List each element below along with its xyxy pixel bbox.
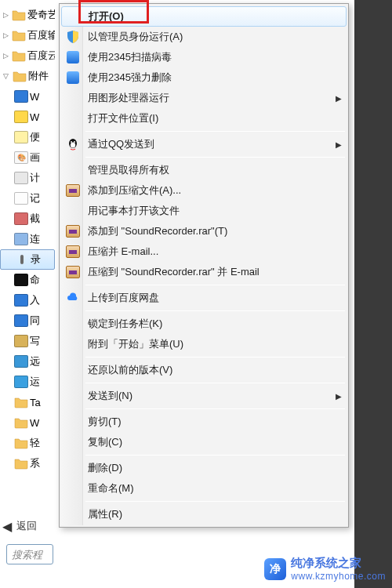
winrar-icon <box>65 244 81 260</box>
back-arrow-icon: ◀ <box>2 519 12 534</box>
tree-item[interactable]: 录 <box>0 249 55 270</box>
tree-item-label: 入 <box>30 293 40 307</box>
menu-item[interactable]: 属性(R) <box>61 504 347 524</box>
tree-item-icon <box>15 252 29 267</box>
svg-point-2 <box>71 141 72 143</box>
menu-item[interactable]: 打开文件位置(I) <box>61 108 347 129</box>
menu-item[interactable]: 通过QQ发送到▶ <box>61 134 347 154</box>
tree-item[interactable]: W <box>0 412 55 433</box>
tree-item-icon <box>14 191 28 205</box>
tree-item[interactable]: 计 <box>0 168 55 188</box>
tree-item[interactable]: 系 <box>0 453 55 474</box>
svg-point-3 <box>74 141 75 143</box>
tree-item[interactable]: 🎨画 <box>0 147 55 168</box>
menu-separator <box>85 357 345 358</box>
svg-point-1 <box>71 142 75 147</box>
menu-item-label: 以管理员身份运行(A) <box>88 30 183 44</box>
tree-item[interactable]: ▷爱奇艺 <box>0 5 55 25</box>
tree-item[interactable]: 截 <box>0 209 55 229</box>
menu-item[interactable]: 压缩到 "SoundRecorder.rar" 并 E-mail <box>61 262 347 282</box>
menu-item[interactable]: 管理员取得所有权 <box>61 160 347 180</box>
menu-item[interactable]: 以管理员身份运行(A) <box>61 27 347 47</box>
menu-item[interactable]: 锁定到任务栏(K) <box>61 314 347 334</box>
tree-item[interactable]: Ta <box>0 392 55 412</box>
menu-separator <box>85 310 345 311</box>
menu-separator <box>85 455 345 456</box>
menu-item-label: 用图形处理器运行 <box>88 91 169 105</box>
tree-item[interactable]: 写 <box>0 331 55 351</box>
menu-separator <box>85 408 345 409</box>
tree-item-label: 远 <box>30 354 40 368</box>
tree-item-label: 录 <box>31 252 41 267</box>
tree-item-icon <box>14 130 28 144</box>
tree-item-label: 爱奇艺 <box>27 8 55 22</box>
menu-item[interactable]: 复制(C) <box>61 432 347 452</box>
menu-item[interactable]: 用图形处理器运行▶ <box>61 88 347 108</box>
submenu-arrow-icon: ▶ <box>336 140 342 149</box>
tree-item[interactable]: 便 <box>0 127 55 147</box>
tree-item-label: W <box>30 91 39 103</box>
tree-item-label: 画 <box>30 151 40 165</box>
tree-item[interactable]: 记 <box>0 188 55 209</box>
menu-item-label: 压缩并 E-mail... <box>88 245 158 259</box>
tree-item-label: Ta <box>30 397 41 408</box>
tree-item-label: 运 <box>30 375 40 389</box>
tree-item-label: 记 <box>30 191 40 205</box>
tree-item[interactable]: 连 <box>0 229 55 249</box>
menu-item-label: 属性(R) <box>88 507 122 521</box>
back-row[interactable]: ◀ 返回 <box>2 517 37 535</box>
menu-item[interactable]: 发送到(N)▶ <box>61 386 347 406</box>
tree-item-label: 系 <box>30 456 40 470</box>
menu-item[interactable]: 用记事本打开该文件 <box>61 201 347 221</box>
menu-item[interactable]: 上传到百度网盘 <box>61 288 347 308</box>
tree-item[interactable]: ▷百度云 <box>0 45 55 66</box>
tree-item-icon <box>14 354 28 368</box>
menu-item[interactable]: 剪切(T) <box>61 412 347 432</box>
tree-item[interactable]: 命 <box>0 270 55 290</box>
menu-item[interactable]: 附到「开始」菜单(U) <box>61 334 347 354</box>
menu-item-label: 剪切(T) <box>88 415 122 429</box>
menu-item[interactable]: 添加到 "SoundRecorder.rar"(T) <box>61 221 347 241</box>
menu-item-label: 上传到百度网盘 <box>88 291 159 305</box>
tree-item[interactable]: 远 <box>0 351 55 372</box>
tree-item-icon <box>14 436 28 450</box>
menu-separator <box>85 157 345 158</box>
scan-blue-del-icon <box>65 70 81 85</box>
menu-item-label: 通过QQ发送到 <box>88 137 154 151</box>
tree-item-icon <box>14 334 28 348</box>
tree-item-icon <box>12 49 26 63</box>
tree-item-icon <box>14 232 28 246</box>
menu-item[interactable]: 添加到压缩文件(A)... <box>61 180 347 201</box>
menu-item-label: 打开文件位置(I) <box>88 111 158 125</box>
tree-item[interactable]: 运 <box>0 372 55 392</box>
tree-item-label: 同 <box>30 314 40 328</box>
tree-item-icon <box>12 8 26 22</box>
menu-item[interactable]: 使用2345扫描病毒 <box>61 47 347 67</box>
search-input[interactable]: 搜索程 <box>6 544 53 564</box>
tree-item-icon <box>13 69 27 83</box>
tree-item-icon <box>14 89 28 103</box>
tree-item-icon <box>14 110 28 124</box>
menu-item[interactable]: 重命名(M) <box>61 478 347 499</box>
tree-item-label: 附件 <box>28 69 49 83</box>
menu-item[interactable]: 使用2345强力删除 <box>61 67 347 88</box>
tree-item-icon <box>14 293 28 307</box>
tree-item[interactable]: 轻 <box>0 433 55 453</box>
tree-item-icon <box>14 456 28 470</box>
tree-item[interactable]: W <box>0 107 55 127</box>
tree-item[interactable]: ▽附件 <box>0 66 55 86</box>
tree-item-icon: 🎨 <box>14 151 28 165</box>
tree-item-label: 便 <box>30 130 40 144</box>
tree-item[interactable]: W <box>0 86 55 107</box>
tree-item[interactable]: 入 <box>0 290 55 310</box>
menu-item[interactable]: 打开(O) <box>61 6 347 27</box>
menu-item[interactable]: 压缩并 E-mail... <box>61 241 347 262</box>
menu-item[interactable]: 删除(D) <box>61 458 347 478</box>
menu-item[interactable]: 还原以前的版本(V) <box>61 360 347 380</box>
context-menu: 打开(O)以管理员身份运行(A)使用2345扫描病毒使用2345强力删除用图形处… <box>59 3 349 528</box>
menu-item-label: 发送到(N) <box>88 389 132 403</box>
menu-item-label: 添加到压缩文件(A)... <box>88 183 181 198</box>
tree-item[interactable]: 同 <box>0 310 55 331</box>
menu-item-label: 添加到 "SoundRecorder.rar"(T) <box>88 224 227 238</box>
tree-item[interactable]: ▷百度输 <box>0 25 55 45</box>
